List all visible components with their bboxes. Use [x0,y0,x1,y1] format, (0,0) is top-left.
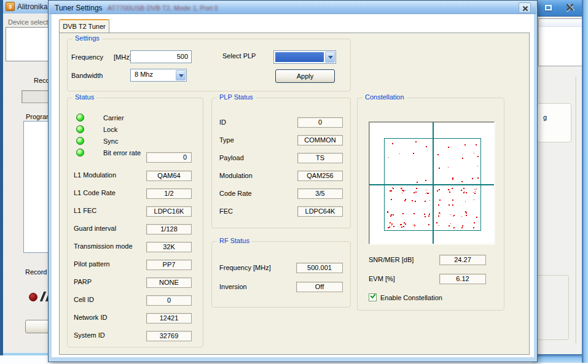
rf-row-value: Off [296,282,343,292]
right-window-right-border [582,0,588,363]
constellation-horizontal-axis [369,184,494,185]
sync-label: Sync [103,137,118,145]
plp-status-group-label: PLP Status [217,93,256,101]
partial-label: g [543,114,547,121]
record-led-indicator [29,293,37,301]
rf-status-group: RF Status Frequency [MHz] 500.001 Invers… [211,241,351,308]
evm-label: EVM [%] [369,275,395,282]
plp-row-label: FEC [219,207,233,215]
rf-row-value: 500.001 [296,263,343,273]
left-window-titlebar[interactable]: 3 Alitronika [3,0,49,14]
status-row-value: 1/2 [146,188,192,199]
constellation-plot [369,122,495,244]
bandwidth-value: 8 Mhz [135,71,153,78]
frequency-input[interactable]: 500 [130,50,192,63]
left-window-title: Alitronika [17,2,47,11]
right-window-bottom-border [532,354,588,363]
device-select-label: Device select [8,18,48,26]
settings-group-label: Settings [73,34,102,42]
record-data-label: Record d [25,268,49,276]
frequency-unit-label: [MHz] [114,53,131,61]
status-row-label: L1 FEC [74,207,96,214]
status-group: Status Carrier Lock Sync Bit error rate … [67,98,203,347]
dialog-title: Tuner Settings [55,4,103,12]
sync-led-indicator [76,137,84,145]
plp-row-label: Type [219,136,234,144]
bandwidth-dropdown-button[interactable] [176,70,186,80]
tab-dvb-t2-tuner[interactable]: DVB T2 Tuner [59,19,109,33]
status-row-value: LDPC16K [146,206,192,217]
status-row-value: 12421 [146,313,192,323]
left-window-button[interactable] [25,320,49,333]
status-row-label: PARP [74,278,92,285]
right-window-titlebar[interactable] [532,0,588,17]
right-window-list[interactable] [538,18,582,66]
close-icon [522,6,528,11]
settings-group: Settings Frequency [MHz] 500 Bandwidth 8… [67,39,351,91]
carrier-label: Carrier [103,114,124,122]
dialog-titlebar[interactable]: Tuner Settings AT7700USB DVB T2, Mode 1,… [49,1,536,14]
plp-row-label: Modulation [219,172,253,179]
list-header [539,19,582,27]
meter-groupbox [535,275,569,340]
plp-row-value: 3/5 [297,188,343,199]
snr-value-field: 24.27 [439,255,486,265]
tab-page: Settings Frequency [MHz] 500 Bandwidth 8… [59,33,530,355]
app-icon: 3 [6,2,15,11]
status-row-label: System ID [74,331,105,339]
dialog-title-note: AT7700USB DVB T2, Mode 1, Port 0 [108,4,218,12]
constellation-group-label: Constellation [363,93,407,101]
plp-row-label: ID [219,118,226,126]
program-list[interactable] [23,121,49,253]
bandwidth-combobox[interactable]: 8 Mhz [130,69,187,82]
tuner-settings-dialog: Tuner Settings AT7700USB DVB T2, Mode 1,… [48,0,538,362]
plp-row-value: LDPC64K [297,206,343,217]
status-row-value: 0 [146,295,192,306]
status-row-label: L1 Modulation [74,171,116,179]
select-plp-combobox[interactable] [273,50,336,64]
status-row-value: 32769 [146,331,192,341]
enable-constellation-label: Enable Constellation [380,294,442,301]
plp-row-value: QAM256 [297,171,343,181]
status-row-value: PP7 [146,260,192,270]
status-row-value: NONE [146,277,192,288]
device-list[interactable] [6,27,49,61]
snr-label: SNR/MER [dB] [369,256,414,263]
checkmark-icon [370,293,375,298]
select-plp-dropdown-button[interactable] [325,52,335,63]
background-window-left: 3 Alitronika Device select Record Progra… [0,0,49,355]
close-button[interactable] [560,1,580,13]
status-row-label: Guard interval [74,225,116,232]
evm-value-field: 6.12 [439,274,486,284]
plp-status-group: PLP Status ID 0 Type COMMON Payload TS M… [211,98,351,228]
constellation-vertical-axis [433,122,434,244]
ber-label: Bit error rate [103,149,141,157]
background-window-right: g [532,0,588,363]
status-row-label: Cell ID [74,296,94,303]
status-row-label: Transmission mode [74,242,133,250]
frequency-label: Frequency [71,53,103,61]
chevron-down-icon [328,56,333,59]
carrier-led-indicator [76,114,84,122]
status-row-value: 32K [146,242,192,252]
status-row-value: 1/128 [146,224,192,234]
screen: 3 Alitronika Device select Record Progra… [0,0,588,364]
restore-button[interactable] [541,2,555,13]
rf-row-label: Inversion [219,283,247,290]
plp-row-label: Payload [219,154,244,161]
plp-row-value: TS [297,153,343,163]
lock-label: Lock [103,126,117,133]
enable-constellation-checkbox[interactable] [369,293,377,301]
constellation-group: Constellation SNR/MER [dB] 24.27 EVM [%]… [357,98,504,311]
dialog-close-button[interactable] [519,2,531,13]
lock-led-indicator [76,125,84,133]
record-display-field [22,90,49,103]
rf-status-group-label: RF Status [217,237,252,244]
select-plp-selection [275,52,324,62]
ber-value-field: 0 [146,152,192,163]
plp-row-value: COMMON [297,135,343,145]
rf-row-label: Frequency [MHz] [219,264,271,271]
apply-button[interactable]: Apply [275,69,335,83]
record-label: Record [34,77,49,84]
plp-row-value: 0 [297,117,343,128]
